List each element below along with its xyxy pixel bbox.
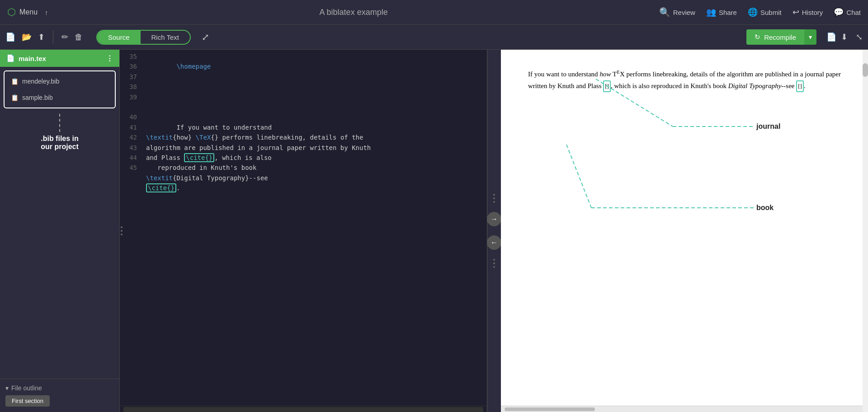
outline-header[interactable]: ▾ File outline: [5, 384, 114, 392]
main-file-header-left: 📄 main.tex: [6, 54, 46, 62]
top-bar-right: 🔍 Review 👥 Share 🌐 Submit ↩ History 💬 Ch…: [659, 7, 861, 18]
editor-scrollbar-area: [120, 406, 487, 412]
top-bar-left: ⬡ Menu ↑: [7, 6, 48, 18]
upload-button[interactable]: ↑: [45, 9, 48, 16]
sample-bib-file[interactable]: 📋 sample.bib: [5, 89, 115, 106]
title-text: A biblatex example: [320, 8, 388, 17]
mendeley-bib-name: mendeley.bib: [22, 78, 59, 85]
chat-button[interactable]: 💬 Chat: [834, 7, 861, 17]
line-42: 42: [125, 132, 137, 142]
annotation-svg: journal book: [501, 50, 868, 406]
line-41: 41: [125, 122, 137, 132]
overleaf-logo-icon: ⬡: [7, 6, 16, 18]
divider-dots-bottom: [493, 259, 495, 268]
file-list-area: 📋 mendeley.bib 📋 sample.bib .bib files i…: [0, 67, 119, 154]
file-outline-section: ▾ File outline First section: [0, 379, 119, 412]
bib-annotation-text: .bib files inour project: [41, 135, 79, 151]
main-file-name[interactable]: main.tex: [19, 55, 46, 62]
fullscreen-preview-button[interactable]: ⤡: [856, 32, 863, 42]
svg-text:book: book: [756, 204, 774, 211]
preview-paragraph: If you want to understand how TEX perfor…: [528, 68, 841, 92]
line-38: 38: [125, 82, 137, 92]
arrow-right-button[interactable]: →: [487, 212, 501, 226]
sidebar: 📄 main.tex ⋮ 📋 mendeley.bib 📋 sample.bib: [0, 50, 120, 412]
source-toggle-button[interactable]: Source: [97, 31, 141, 44]
bib-file-group: 📋 mendeley.bib 📋 sample.bib: [4, 70, 116, 108]
recompile-icon: ↻: [755, 33, 760, 41]
line-36: 36: [125, 61, 137, 71]
new-file-button[interactable]: 📄: [5, 32, 15, 42]
left-resize-handle[interactable]: [120, 225, 123, 237]
main-layout: 📄 main.tex ⋮ 📋 mendeley.bib 📋 sample.bib: [0, 50, 868, 412]
main-file-header: 📄 main.tex ⋮: [0, 50, 119, 67]
chevron-down-icon: ▾: [5, 384, 9, 392]
upload-file-button[interactable]: ⬆: [38, 32, 45, 42]
history-button[interactable]: ↩ History: [793, 7, 823, 17]
line-37: 37: [125, 72, 137, 82]
richtext-toggle-button[interactable]: Rich Text: [141, 31, 190, 44]
submit-icon: 🌐: [748, 7, 758, 17]
line-44: 44: [125, 153, 137, 163]
source-richtext-toggle: Source Rich Text: [96, 30, 191, 45]
submit-label: Submit: [760, 9, 782, 16]
bib-icon-1: 📋: [11, 78, 19, 85]
recompile-label: Recompile: [764, 33, 796, 41]
preview-scrollbar-thumb[interactable]: [863, 63, 868, 77]
cite-bracket-2: []: [796, 80, 804, 92]
menu-button[interactable]: ⬡ Menu: [7, 6, 38, 18]
editor-horizontal-scrollbar[interactable]: [123, 407, 483, 412]
fullscreen-editor-button[interactable]: ⤢: [202, 32, 209, 42]
review-button[interactable]: 🔍 Review: [659, 7, 695, 18]
cite-2: \cite{}: [146, 183, 176, 192]
code-editor[interactable]: \homepage If you want to understand \tex…: [142, 50, 487, 406]
tex-file-icon: 📄: [6, 54, 15, 62]
menu-label: Menu: [19, 8, 38, 16]
line-45: 45: [125, 163, 137, 173]
preview-italic-book: Digital Typography: [728, 82, 782, 89]
editor-pane: 35 36 37 38 39 40 41 42 43 44 45 \h: [120, 50, 487, 412]
open-folder-button[interactable]: 📂: [22, 32, 32, 42]
second-toolbar: 📄 📂 ⬆ ✏ 🗑 Source Rich Text ⤢ ↻ Recompile…: [0, 25, 868, 50]
share-label: Share: [719, 9, 737, 16]
line-40: 40: [125, 112, 137, 122]
chat-label: Chat: [846, 9, 861, 16]
line-43: 43: [125, 143, 137, 153]
delete-button[interactable]: 🗑: [75, 33, 83, 42]
dot1: [121, 226, 123, 228]
edit-button[interactable]: ✏: [61, 32, 68, 42]
bib-icon-2: 📋: [11, 94, 19, 101]
line-39: 39: [125, 92, 137, 102]
submit-button[interactable]: 🌐 Submit: [748, 7, 782, 17]
recompile-dropdown-button[interactable]: ▾: [804, 29, 816, 45]
review-label: Review: [673, 9, 695, 16]
toolbar-divider: [53, 31, 53, 43]
mendeley-bib-file[interactable]: 📋 mendeley.bib: [5, 73, 115, 89]
top-bar: ⬡ Menu ↑ A biblatex example 🔍 Review 👥 S…: [0, 0, 868, 25]
review-icon: 🔍: [659, 7, 670, 18]
dot2: [121, 230, 123, 232]
dot3: [121, 234, 123, 235]
more-options-icon[interactable]: ⋮: [106, 54, 113, 62]
editor-content-area: 35 36 37 38 39 40 41 42 43 44 45 \h: [120, 50, 487, 406]
editor-toggle-group: Source Rich Text: [96, 30, 191, 45]
preview-scrollbar[interactable]: [863, 50, 868, 412]
recompile-button[interactable]: ↻ Recompile: [746, 29, 804, 45]
download-button[interactable]: ⬇: [841, 32, 848, 42]
preview-horizontal-scrollbar[interactable]: [505, 407, 595, 411]
line-35: 35: [125, 52, 137, 61]
share-button[interactable]: 👥 Share: [706, 7, 737, 17]
homepage-cmd: \homepage: [176, 63, 211, 70]
first-section-item[interactable]: First section: [5, 395, 50, 407]
doc-settings-button[interactable]: 📄: [826, 32, 836, 42]
chat-icon: 💬: [834, 7, 844, 17]
pane-divider: → ←: [487, 50, 501, 412]
svg-line-3: [566, 145, 591, 208]
bib-annotation: .bib files inour project: [4, 114, 116, 151]
arrow-left-button[interactable]: ←: [487, 235, 501, 250]
cite-1: \cite{}: [184, 153, 214, 162]
history-label: History: [802, 9, 823, 16]
preview-bottom-scrollbar-area: [501, 406, 868, 412]
share-icon: 👥: [706, 7, 716, 17]
preview-content: If you want to understand how TEX perfor…: [501, 50, 868, 406]
svg-text:journal: journal: [756, 122, 780, 130]
